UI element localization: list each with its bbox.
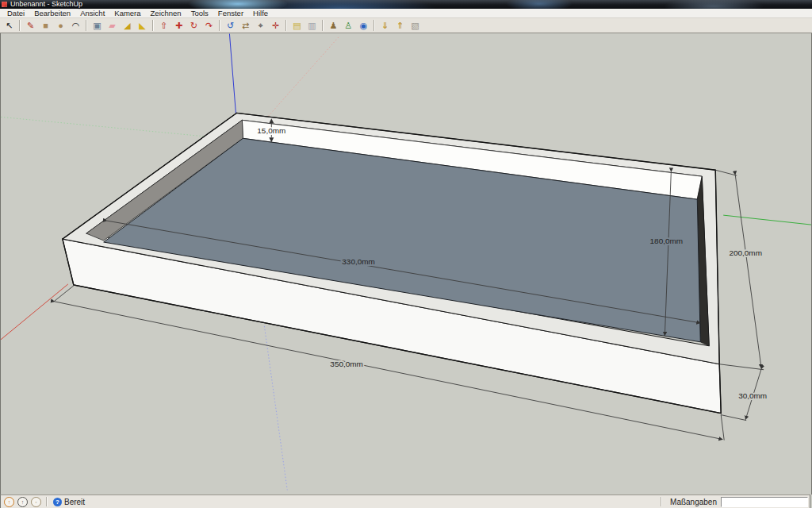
measurement-label: Maßangaben — [670, 498, 717, 506]
blue-axis-negative[interactable] — [264, 326, 287, 491]
dimension-outer-width[interactable] — [715, 170, 764, 370]
tool-share-component-button[interactable]: ▧ — [408, 18, 423, 33]
red-axis-negative[interactable] — [268, 37, 339, 117]
status-text: Bereit — [64, 498, 85, 506]
tool-offset-button[interactable]: ↷ — [201, 18, 216, 33]
tool-toggle-terrain-button[interactable]: ▥ — [304, 18, 320, 33]
tool-google-earth-button[interactable]: ◉ — [356, 18, 371, 33]
tool-place-model-button[interactable]: ♙ — [341, 18, 356, 33]
tool-eraser-button[interactable]: ▰ — [105, 18, 120, 33]
tool-tape-measure-button[interactable]: ◢ — [120, 18, 135, 33]
blue-axis[interactable] — [229, 34, 236, 114]
tool-circle-button[interactable]: ● — [53, 18, 68, 33]
green-axis[interactable] — [723, 215, 811, 225]
dimension-label: 180,0mm — [650, 237, 684, 245]
toolbar-separator — [219, 20, 220, 31]
tool-paint-bucket-button[interactable]: ◣ — [135, 18, 150, 33]
menu-fenster[interactable]: Fenster — [213, 9, 248, 17]
tool-push-pull-button[interactable]: ⇧ — [156, 18, 171, 33]
menu-bearbeiten[interactable]: Bearbeiten — [29, 9, 75, 17]
model-credit-icon[interactable]: ◦ — [31, 497, 41, 507]
tool-zoom-button[interactable]: ⌖ — [253, 18, 268, 33]
status-icons: ↑↑◦ — [2, 497, 43, 507]
tool-orbit-button[interactable]: ↺ — [223, 18, 238, 33]
window-title: Unbenannt - SketchUp — [10, 0, 82, 9]
title-bar[interactable]: Unbenannt - SketchUp — [0, 0, 812, 9]
claim-credit-icon[interactable]: ↑ — [17, 497, 28, 507]
toolbar-separator — [19, 20, 21, 31]
tool-move-button[interactable]: ✚ — [171, 18, 186, 33]
status-divider — [46, 497, 48, 506]
tool-photo-textures-button[interactable]: ♟ — [326, 18, 341, 33]
dimension-label: 330,0mm — [342, 257, 375, 266]
dimension-label: 200,0mm — [729, 248, 762, 257]
sketchup-window: Unbenannt - SketchUp DateiBearbeitenAnsi… — [0, 0, 812, 508]
tool-get-models-button[interactable]: ⇓ — [377, 18, 393, 33]
toolbar-separator — [86, 20, 87, 31]
tool-zoom-extents-button[interactable]: ✛ — [268, 18, 283, 33]
viewport[interactable]: 350,0mm 330,0mm 180,0mm 200,0mm — [0, 33, 812, 495]
tool-share-models-button[interactable]: ⇑ — [393, 18, 408, 33]
tool-line-button[interactable]: ✎ — [23, 18, 38, 33]
tool-select-button[interactable]: ↖ — [2, 18, 17, 33]
menu-zeichnen[interactable]: Zeichnen — [146, 9, 186, 17]
viewport-canvas[interactable]: 350,0mm 330,0mm 180,0mm 200,0mm — [1, 33, 811, 495]
status-bar: ↑↑◦ ? Bereit Maßangaben — [0, 495, 810, 508]
menu-datei[interactable]: Datei — [2, 9, 29, 17]
toolbar-separator — [285, 20, 287, 31]
measurement-divider — [661, 497, 662, 506]
tool-make-component-button[interactable]: ▣ — [90, 18, 105, 33]
dimension-label: 15,0mm — [257, 126, 285, 135]
dimension-label: 30,0mm — [738, 391, 767, 400]
tool-get-current-view-button[interactable]: ▤ — [289, 18, 304, 33]
menu-hilfe[interactable]: Hilfe — [248, 9, 273, 17]
dimension-label: 350,0mm — [330, 360, 363, 368]
menu-kamera[interactable]: Kamera — [109, 9, 145, 17]
menu-ansicht[interactable]: Ansicht — [75, 9, 109, 17]
toolbar-separator — [322, 20, 324, 31]
model-geolocation-icon[interactable]: ↑ — [4, 497, 14, 507]
toolbar: ↖✎■●◠▣▰◢◣⇧✚↻↷↺⇄⌖✛▤▥♟♙◉⇓⇑▧ — [0, 18, 812, 33]
help-icon[interactable]: ? — [53, 498, 62, 506]
tool-arc-button[interactable]: ◠ — [68, 18, 83, 33]
red-axis[interactable] — [1, 284, 68, 340]
menu-tools[interactable]: Tools — [186, 9, 213, 17]
toolbar-separator — [373, 20, 375, 31]
tool-rectangle-button[interactable]: ■ — [38, 18, 53, 33]
toolbar-separator — [152, 20, 154, 31]
measurement-input[interactable] — [721, 497, 808, 507]
green-axis-negative[interactable] — [1, 117, 216, 137]
tool-rotate-button[interactable]: ↻ — [186, 18, 201, 33]
sketchup-app-icon — [2, 2, 7, 7]
tool-pan-button[interactable]: ⇄ — [238, 18, 253, 33]
menu-bar: DateiBearbeitenAnsichtKameraZeichnenTool… — [0, 9, 812, 18]
